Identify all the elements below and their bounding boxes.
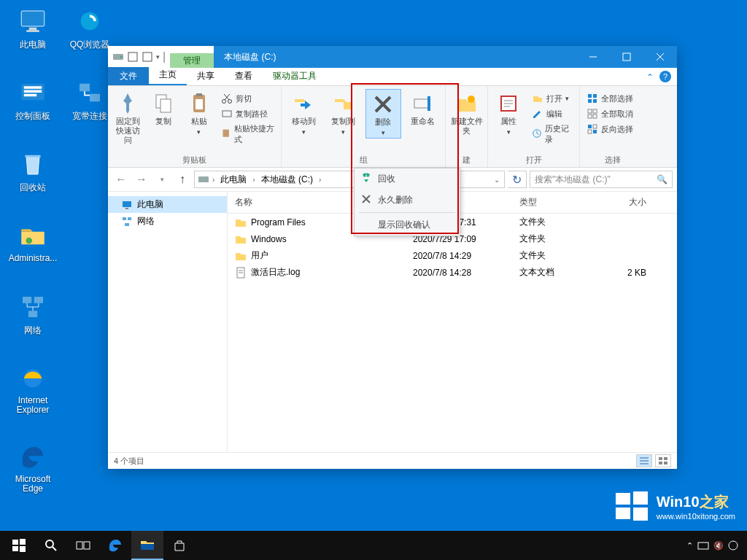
sidebar-network[interactable]: 网络 bbox=[108, 213, 227, 230]
taskbar-store[interactable] bbox=[163, 531, 196, 560]
ribbon-edit[interactable]: 编辑 bbox=[530, 107, 575, 120]
breadcrumb[interactable]: 此电脑 bbox=[217, 174, 249, 186]
svg-point-11 bbox=[26, 238, 32, 244]
tab-drive-tools[interactable]: 驱动器工具 bbox=[263, 67, 327, 85]
quick-access-toolbar: ▾ | bbox=[108, 46, 170, 68]
ribbon-select-none[interactable]: 全部取消 bbox=[584, 107, 635, 120]
svg-rect-6 bbox=[24, 90, 42, 93]
view-icons-button[interactable] bbox=[655, 454, 671, 467]
svg-point-85 bbox=[729, 541, 738, 550]
breadcrumb[interactable]: 本地磁盘 (C:) bbox=[258, 174, 316, 186]
ribbon-collapse-icon[interactable]: ⌃ bbox=[640, 69, 659, 85]
tray-volume-icon[interactable]: 🔇 bbox=[713, 541, 724, 551]
chevron-down-icon[interactable]: ⌄ bbox=[492, 176, 501, 184]
svg-rect-13 bbox=[34, 297, 43, 303]
svg-rect-9 bbox=[90, 94, 100, 102]
ribbon-invert-selection[interactable]: 反向选择 bbox=[584, 122, 635, 136]
taskbar-explorer[interactable] bbox=[131, 531, 163, 560]
view-details-button[interactable] bbox=[636, 454, 652, 467]
ribbon-group-new: 建 bbox=[450, 153, 483, 166]
search-input[interactable]: 搜索"本地磁盘 (C:)" 🔍 bbox=[530, 171, 673, 188]
desktop-icon-edge[interactable]: Microsoft Edge bbox=[6, 442, 60, 494]
ribbon-group-select: 选择 bbox=[584, 153, 641, 166]
file-name: Program Files bbox=[251, 217, 306, 228]
ribbon-properties[interactable]: 属性▾ bbox=[492, 89, 525, 137]
svg-rect-19 bbox=[143, 52, 152, 61]
tray-network-icon[interactable] bbox=[697, 540, 709, 551]
qat-btn[interactable] bbox=[127, 51, 139, 63]
delete-x-icon bbox=[360, 193, 372, 205]
col-type[interactable]: 类型 bbox=[519, 196, 604, 209]
close-button[interactable] bbox=[643, 46, 677, 68]
svg-rect-56 bbox=[123, 201, 131, 207]
svg-rect-36 bbox=[414, 99, 429, 108]
ribbon: 固定到快速访问 复制 粘贴▾ 剪切 复制路径 粘贴快捷方式 剪贴板 移动到▾ 复… bbox=[108, 86, 677, 168]
chevron-right-icon[interactable]: › bbox=[317, 176, 322, 184]
tray-ime-icon[interactable] bbox=[728, 540, 738, 551]
ribbon-delete[interactable]: 删除▾ bbox=[365, 89, 401, 139]
chevron-right-icon[interactable]: › bbox=[251, 176, 256, 184]
tab-view[interactable]: 查看 bbox=[225, 67, 263, 85]
desktop-icon-user-folder[interactable]: Administra... bbox=[6, 220, 60, 263]
sidebar-this-pc[interactable]: 此电脑 bbox=[108, 196, 227, 213]
nav-back-button[interactable]: ← bbox=[112, 171, 130, 188]
nav-recent-dropdown[interactable]: ▾ bbox=[153, 171, 171, 188]
chevron-right-icon[interactable]: › bbox=[211, 176, 216, 184]
ribbon-paste[interactable]: 粘贴▾ bbox=[184, 89, 215, 137]
minimize-button[interactable] bbox=[576, 46, 610, 68]
ribbon-copy-path[interactable]: 复制路径 bbox=[219, 107, 276, 120]
ribbon-select-all[interactable]: 全部选择 bbox=[584, 92, 635, 105]
col-size[interactable]: 大小 bbox=[604, 196, 657, 209]
nav-forward-button[interactable]: → bbox=[133, 171, 150, 188]
tray-chevron-up-icon[interactable]: ⌃ bbox=[686, 541, 693, 551]
ribbon-history[interactable]: 历史记录 bbox=[530, 122, 575, 146]
ribbon-copy[interactable]: 复制 bbox=[148, 89, 179, 126]
taskbar-edge[interactable] bbox=[99, 531, 131, 560]
svg-rect-7 bbox=[24, 94, 37, 97]
file-row[interactable]: 用户2020/7/8 14:29文件夹 bbox=[228, 247, 677, 264]
dropdown-recycle[interactable]: 回收 bbox=[355, 168, 460, 190]
taskbar-taskview[interactable] bbox=[67, 531, 99, 560]
desktop-icon-this-pc[interactable]: 此电脑 bbox=[6, 6, 60, 51]
system-tray[interactable]: ⌃ 🔇 bbox=[686, 540, 744, 551]
svg-rect-71 bbox=[616, 493, 630, 505]
nav-up-button[interactable]: ↑ bbox=[174, 171, 191, 188]
start-button[interactable] bbox=[3, 531, 35, 560]
refresh-button[interactable]: ↻ bbox=[508, 171, 527, 188]
tab-share[interactable]: 共享 bbox=[187, 67, 225, 85]
ribbon-rename[interactable]: 重命名 bbox=[406, 89, 441, 126]
svg-rect-73 bbox=[616, 508, 630, 519]
maximize-button[interactable] bbox=[610, 46, 643, 68]
svg-rect-37 bbox=[427, 96, 430, 111]
ribbon-copy-to[interactable]: 复制到▾ bbox=[325, 89, 360, 137]
svg-rect-49 bbox=[588, 125, 592, 128]
desktop-icon-ie[interactable]: Internet Explorer bbox=[6, 363, 60, 415]
dropdown-show-confirm[interactable]: 显示回收确认 bbox=[355, 214, 460, 236]
ribbon-paste-shortcut[interactable]: 粘贴快捷方式 bbox=[219, 122, 276, 146]
qat-btn[interactable] bbox=[142, 51, 153, 63]
file-date: 2020/7/8 14:28 bbox=[413, 268, 519, 278]
ribbon-cut[interactable]: 剪切 bbox=[219, 92, 276, 105]
svg-rect-68 bbox=[664, 457, 667, 460]
ribbon-open[interactable]: 打开▾ bbox=[530, 92, 575, 105]
desktop-icon-recycle-bin[interactable]: 回收站 bbox=[6, 149, 60, 194]
titlebar[interactable]: ▾ | 管理 本地磁盘 (C:) bbox=[108, 46, 677, 68]
desktop-icon-network[interactable]: 网络 bbox=[6, 292, 60, 337]
desktop-icon-control-panel[interactable]: 控制面板 bbox=[6, 77, 60, 122]
desktop-label: Microsoft Edge bbox=[6, 475, 60, 494]
ribbon-new-folder[interactable]: 新建文件夹 bbox=[450, 89, 483, 136]
file-type: 文件夹 bbox=[519, 216, 604, 228]
tab-home[interactable]: 主页 bbox=[149, 66, 187, 85]
ribbon-pin-to-quick-access[interactable]: 固定到快速访问 bbox=[112, 89, 144, 145]
qat-dropdown-icon[interactable]: ▾ bbox=[156, 53, 160, 61]
tab-file[interactable]: 文件 bbox=[108, 67, 149, 85]
dropdown-permanent-delete[interactable]: 永久删除 bbox=[355, 190, 460, 211]
svg-rect-51 bbox=[593, 125, 597, 128]
desktop-icon-qq-browser[interactable]: QQ浏览器 bbox=[63, 6, 117, 51]
help-button[interactable]: ? bbox=[659, 71, 671, 82]
ribbon-move-to[interactable]: 移动到▾ bbox=[286, 89, 321, 137]
svg-rect-72 bbox=[633, 491, 648, 505]
taskbar-search[interactable] bbox=[35, 531, 67, 560]
svg-rect-74 bbox=[633, 508, 648, 521]
file-row[interactable]: 激活日志.log2020/7/8 14:28文本文档2 KB bbox=[228, 264, 677, 281]
